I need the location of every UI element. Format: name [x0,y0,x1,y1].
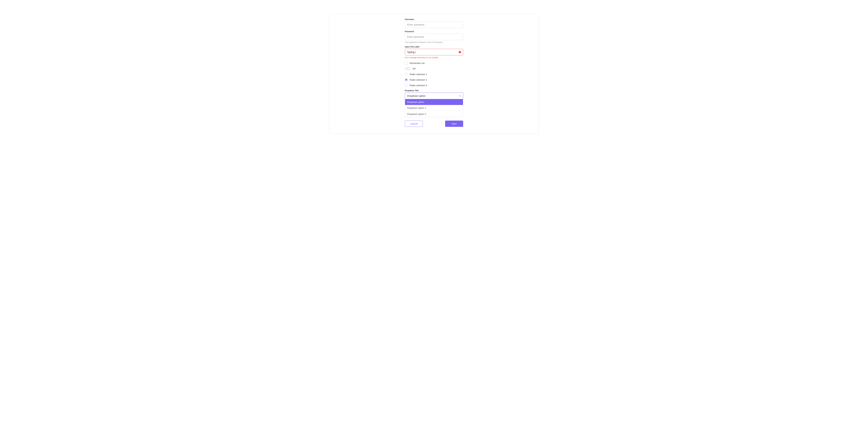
username-input[interactable] [405,21,463,28]
radio-row-3: Radio selection 3 [405,84,463,87]
error-message: Error message informing me of a problem [405,56,463,59]
dropdown-option-0[interactable]: Dropdown option [405,99,463,105]
password-field: Password Your password is between 4 and … [405,30,463,43]
password-label: Password [405,30,463,32]
remember-checkbox[interactable] [405,62,408,64]
remember-label: Remember me [410,62,425,64]
dropdown-title: Dropdown Title [405,89,463,92]
radio-1-label: Radio selection 1 [410,73,427,76]
button-row: Cancel Next [405,121,463,127]
error-icon [459,51,461,53]
radio-2-dot [406,79,407,81]
radio-row-1: Radio selection 1 [405,73,463,76]
cancel-button[interactable]: Cancel [405,121,423,127]
radio-3[interactable] [405,84,408,87]
dropdown-option-1[interactable]: Dropdown option 1 [405,105,463,111]
form-wrap: Username Password Your password is betwe… [405,18,463,127]
radio-2[interactable] [405,78,408,81]
radio-row-2: Radio selection 2 [405,78,463,81]
toggle-switch[interactable] [405,67,410,70]
error-input-wrap [405,49,463,55]
radio-2-label: Radio selection 2 [410,79,427,81]
username-field: Username [405,18,463,28]
dropdown-menu: Dropdown option Dropdown option 1 Dropdo… [405,99,463,117]
form-card: Username Password Your password is betwe… [329,14,539,134]
error-input-label: Input Text Label [405,46,463,48]
toggle-label: Off [412,67,415,70]
dropdown-field: Dropdown Title Dropdown option Dropdown … [405,89,463,117]
dropdown-option-2[interactable]: Dropdown option 2 [405,111,463,117]
dropdown-selected: Dropdown option [407,94,426,97]
radio-1[interactable] [405,73,408,76]
dropdown-trigger[interactable]: Dropdown option [405,93,463,99]
chevron-up-icon [459,95,461,97]
toggle-row: Off [405,67,463,70]
password-input[interactable] [405,33,463,40]
username-label: Username [405,18,463,20]
error-field: Input Text Label Error message informing… [405,46,463,59]
remember-row: Remember me [405,62,463,64]
next-button[interactable]: Next [445,121,463,127]
password-helper: Your password is between 4 and 12 charac… [405,41,463,43]
error-input[interactable] [405,49,463,55]
radio-group: Radio selection 1 Radio selection 2 Radi… [405,73,463,87]
toggle-knob [408,67,410,70]
radio-3-label: Radio selection 3 [410,84,427,87]
